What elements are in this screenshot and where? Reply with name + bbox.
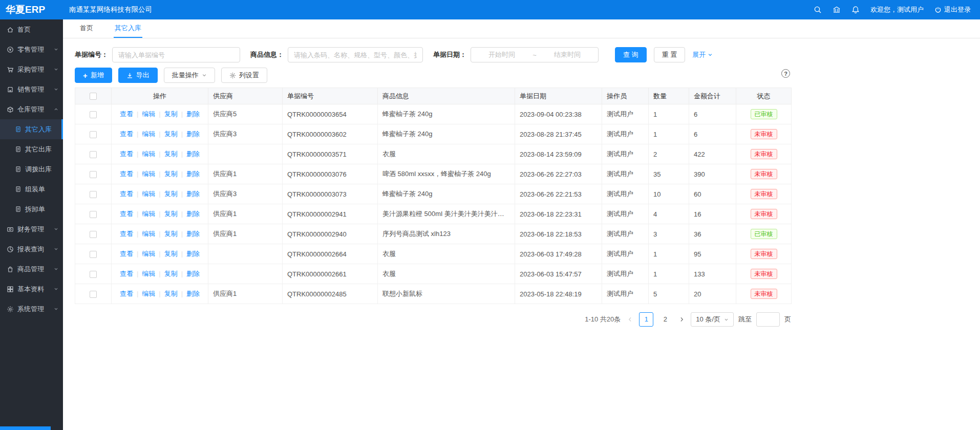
tab-home[interactable]: 首页 — [79, 19, 94, 38]
prev-page-button[interactable] — [625, 312, 634, 327]
logout-label: 退出登录 — [944, 5, 971, 14]
view-link[interactable]: 查看 — [120, 270, 133, 277]
add-button[interactable]: + 新增 — [75, 68, 112, 83]
page-button-1[interactable]: 1 — [639, 312, 653, 327]
copy-link[interactable]: 复制 — [164, 110, 178, 118]
view-link[interactable]: 查看 — [120, 290, 133, 297]
sidebar-item-label: 首页 — [17, 25, 31, 34]
view-link[interactable]: 查看 — [120, 230, 133, 238]
doc-no-input[interactable] — [112, 47, 240, 62]
delete-link[interactable]: 删除 — [186, 230, 200, 238]
edit-link[interactable]: 编辑 — [142, 190, 155, 198]
sidebar-item-disassembly[interactable]: 拆卸单 — [0, 199, 63, 219]
view-link[interactable]: 查看 — [120, 150, 133, 158]
view-link[interactable]: 查看 — [120, 110, 133, 118]
sidebar-item-assembly[interactable]: 组装单 — [0, 179, 63, 199]
delete-link[interactable]: 删除 — [186, 150, 200, 158]
delete-link[interactable]: 删除 — [186, 170, 200, 178]
row-checkbox[interactable] — [90, 251, 97, 258]
top-header: 华夏ERP 南通某某网络科技有限公司 欢迎您，测试用户 退出登录 — [0, 0, 980, 19]
bank-icon[interactable] — [833, 6, 841, 14]
amount-cell: 133 — [689, 264, 736, 284]
row-checkbox[interactable] — [90, 191, 97, 198]
doc-no-cell: QTRK00000003602 — [283, 124, 378, 144]
sidebar-item-purchase[interactable]: 采购管理 — [0, 59, 63, 79]
view-link[interactable]: 查看 — [120, 250, 133, 257]
date-start-placeholder: 开始时间 — [488, 50, 515, 59]
edit-link[interactable]: 编辑 — [142, 270, 155, 277]
date-range-input[interactable]: 开始时间 ~ 结束时间 — [471, 47, 599, 62]
sidebar-item-finance[interactable]: 财务管理 — [0, 219, 63, 239]
bell-icon[interactable] — [851, 6, 860, 14]
sidebar-item-home[interactable]: 首页 — [0, 19, 63, 39]
copy-link[interactable]: 复制 — [164, 190, 178, 198]
delete-link[interactable]: 删除 — [186, 110, 200, 118]
edit-link[interactable]: 编辑 — [142, 170, 155, 178]
delete-link[interactable]: 删除 — [186, 210, 200, 218]
delete-link[interactable]: 删除 — [186, 250, 200, 257]
delete-link[interactable]: 删除 — [186, 190, 200, 198]
reset-button[interactable]: 重 置 — [654, 47, 686, 62]
edit-link[interactable]: 编辑 — [142, 130, 155, 138]
edit-link[interactable]: 编辑 — [142, 230, 155, 238]
page-button-2[interactable]: 2 — [658, 312, 672, 327]
copy-link[interactable]: 复制 — [164, 150, 178, 158]
sidebar-item-retail[interactable]: 零售管理 — [0, 39, 63, 59]
tab-other-inbound[interactable]: 其它入库 — [114, 19, 142, 38]
copy-link[interactable]: 复制 — [164, 250, 178, 257]
row-checkbox[interactable] — [90, 271, 97, 278]
logout-button[interactable]: 退出登录 — [934, 5, 971, 14]
edit-link[interactable]: 编辑 — [142, 150, 155, 158]
next-page-button[interactable] — [677, 312, 686, 327]
sidebar-item-basic-data[interactable]: 基本资料 — [0, 279, 63, 299]
help-icon[interactable]: ? — [781, 69, 790, 78]
select-all-checkbox[interactable] — [90, 93, 97, 100]
copy-link[interactable]: 复制 — [164, 270, 178, 277]
row-operations: 查看|编辑|复制|删除 — [112, 204, 208, 224]
sidebar-item-other-outbound[interactable]: 其它出库 — [0, 139, 63, 159]
jump-to-input[interactable] — [756, 312, 780, 327]
view-link[interactable]: 查看 — [120, 130, 133, 138]
page-size-select[interactable]: 10 条/页 — [691, 312, 734, 327]
sidebar-item-other-inbound[interactable]: 其它入库 — [0, 119, 63, 139]
sidebar-item-transfer-outbound[interactable]: 调拨出库 — [0, 159, 63, 179]
edit-link[interactable]: 编辑 — [142, 210, 155, 218]
copy-link[interactable]: 复制 — [164, 170, 178, 178]
copy-link[interactable]: 复制 — [164, 130, 178, 138]
view-link[interactable]: 查看 — [120, 170, 133, 178]
sidebar-item-warehouse[interactable]: 仓库管理 — [0, 99, 63, 119]
row-checkbox[interactable] — [90, 291, 97, 298]
amount-cell: 36 — [689, 224, 736, 244]
row-checkbox[interactable] — [90, 131, 97, 138]
row-checkbox[interactable] — [90, 231, 97, 238]
column-settings-button[interactable]: 列设置 — [221, 68, 267, 83]
edit-link[interactable]: 编辑 — [142, 250, 155, 257]
edit-link[interactable]: 编辑 — [142, 110, 155, 118]
chevron-up-icon — [54, 107, 58, 112]
delete-link[interactable]: 删除 — [186, 290, 200, 297]
sidebar-item-goods[interactable]: 商品管理 — [0, 259, 63, 279]
view-link[interactable]: 查看 — [120, 210, 133, 218]
row-checkbox[interactable] — [90, 151, 97, 158]
copy-link[interactable]: 复制 — [164, 210, 178, 218]
row-checkbox[interactable] — [90, 111, 97, 118]
sidebar-item-reports[interactable]: 报表查询 — [0, 239, 63, 259]
sidebar-item-system[interactable]: 系统管理 — [0, 299, 63, 319]
doc-no-cell: QTRK00000003073 — [283, 184, 378, 204]
row-checkbox[interactable] — [90, 211, 97, 218]
copy-link[interactable]: 复制 — [164, 290, 178, 297]
copy-link[interactable]: 复制 — [164, 230, 178, 238]
sidebar-item-sales[interactable]: 销售管理 — [0, 79, 63, 99]
delete-link[interactable]: 删除 — [186, 270, 200, 277]
search-button[interactable]: 查 询 — [615, 47, 647, 62]
export-button[interactable]: 导出 — [118, 68, 158, 83]
delete-link[interactable]: 删除 — [186, 130, 200, 138]
row-checkbox[interactable] — [90, 171, 97, 178]
product-info-input[interactable] — [288, 47, 423, 62]
batch-actions-button[interactable]: 批量操作 — [164, 68, 215, 83]
expand-link[interactable]: 展开 — [692, 50, 713, 59]
view-link[interactable]: 查看 — [120, 190, 133, 198]
chevron-down-icon — [724, 317, 729, 322]
edit-link[interactable]: 编辑 — [142, 290, 155, 297]
search-icon[interactable] — [814, 6, 822, 14]
